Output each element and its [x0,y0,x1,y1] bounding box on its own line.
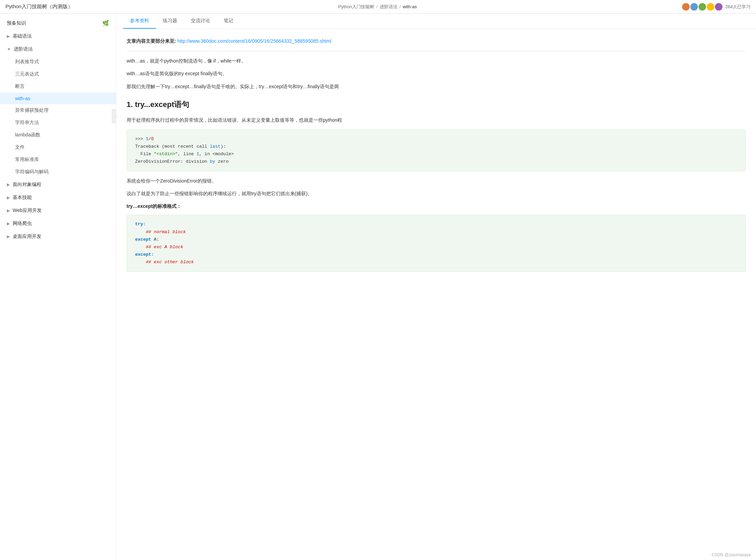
article-intro-3: 那我们先理解一下try…except…finally语句是干啥的。实际上，try… [127,82,746,91]
tab-discussion[interactable]: 交流讨论 [184,14,217,29]
breadcrumb-sep2: / [400,4,401,9]
code2-line-1: try: [135,221,737,228]
arrow-right-oop-icon: ▶ [7,182,10,187]
avatar-2 [690,3,698,11]
sidebar-item-list-comp[interactable]: 列表推导式 [0,56,116,68]
breadcrumb-current: with-as [403,4,417,9]
leaf-icon: 🌿 [102,20,109,26]
tab-exercises[interactable]: 练习题 [156,14,184,29]
topbar: Python入门技能树（内测版） Python入门技能树 / 进阶语法 / wi… [0,0,756,14]
arrow-right-icon: ▶ [7,34,10,39]
user-count: 264人已学习 [725,4,751,10]
code-line-1: >>> 1/0 [135,135,737,143]
summary-1: 系统会给你一个ZeroDivisionError的报错。 [127,177,746,185]
sidebar-item-exception[interactable]: 异常捕获预处理 [0,104,116,117]
code2-line-2: ## normal block [135,228,737,236]
summary-2: 说白了就是为了防止一些报错影响你的程序继续运行，就用try语句把它们抓出来(捕获… [127,189,746,198]
article-content: 文章内容主要部分来至: http://www.360doc.com/conten… [116,29,756,285]
avatar-1 [682,3,690,11]
sidebar-item-file[interactable]: 文件 [0,141,116,154]
article-source: 文章内容主要部分来至: http://www.360doc.com/conten… [127,37,746,45]
main-layout: 预备知识 🌿 ▶ 基础语法 ▼ 进阶语法 列表推导式 三元表达式 断言 with… [0,14,756,560]
tabs-bar: 参考资料 练习题 交流讨论 笔记 [116,14,756,29]
code-line-3: File "<stdin>", line 1, in <module> [135,150,737,158]
sidebar-item-advanced-syntax-label: 进阶语法 [14,46,33,52]
sidebar-item-oop-label: 面向对象编程 [13,182,41,188]
watermark: CSDN @zulumasaya [712,552,751,557]
sidebar-collapse-button[interactable]: ‹ [112,109,116,123]
sidebar-item-oop[interactable]: ▶ 面向对象编程 [0,178,116,191]
avatar-group [682,3,722,11]
source-prefix: 文章内容主要部分来至: [127,38,176,44]
arrow-right-crawler-icon: ▶ [7,221,10,226]
tab-notes[interactable]: 笔记 [217,14,240,29]
code2-line-3: except A: [135,236,737,243]
divider [127,51,746,51]
avatar-3 [699,3,706,11]
breadcrumb-sep1: / [376,4,378,9]
sidebar-item-basic-syntax-label: 基础语法 [13,33,32,39]
sidebar-item-web-dev-label: Web应用开发 [13,208,42,214]
topbar-right: 264人已学习 [682,3,751,11]
sidebar-item-ternary[interactable]: 三元表达式 [0,68,116,80]
code-block-1: >>> 1/0 Traceback (most recent call last… [127,130,746,171]
content-area: 参考资料 练习题 交流讨论 笔记 文章内容主要部分来至: http://www.… [116,14,756,560]
sidebar-item-stdlib[interactable]: 常用标准库 [0,154,116,166]
breadcrumb-part2: 进阶语法 [380,4,397,10]
code-block-2: try: ## normal block except A: ## exc A … [127,215,746,272]
article-intro-2: with…as语句是简化版的try except finally语句。 [127,69,746,78]
sidebar-item-basic-skills-label: 基本技能 [13,195,32,201]
arrow-down-icon: ▼ [7,47,11,52]
sidebar-item-preknowledge[interactable]: 预备知识 🌿 [0,16,116,30]
sidebar-item-lambda[interactable]: lambda函数 [0,129,116,141]
sidebar-item-basic-skills[interactable]: ▶ 基本技能 [0,191,116,204]
format-label: try…except的标准格式： [127,202,746,211]
source-url[interactable]: http://www.360doc.com/content/16/0905/16… [178,38,331,44]
sidebar-item-desktop-dev-label: 桌面应用开发 [13,234,41,240]
breadcrumb-part1: Python入门技能树 [338,4,374,10]
sidebar-item-encoding[interactable]: 字符编码与解码 [0,166,116,178]
sidebar-item-web-dev[interactable]: ▶ Web应用开发 [0,204,116,217]
sidebar-item-string-methods[interactable]: 字符串方法 [0,117,116,129]
code2-line-5: except: [135,251,737,258]
topbar-title: Python入门技能树（内测版） [5,3,73,10]
avatar-4 [707,3,714,11]
arrow-right-desktop-icon: ▶ [7,234,10,239]
breadcrumb: Python入门技能树 / 进阶语法 / with-as [338,4,417,10]
sidebar-item-web-crawler[interactable]: ▶ 网络爬虫 [0,217,116,230]
sidebar-item-basic-syntax[interactable]: ▶ 基础语法 [0,30,116,43]
sidebar-item-assert[interactable]: 断言 [0,80,116,93]
article-intro-1: with…as，就是个python控制流语句，像 if，while一样。 [127,57,746,65]
avatar-5 [715,3,722,11]
code-line-4: ZeroDivisionError: division by zero [135,158,737,165]
arrow-right-skills-icon: ▶ [7,195,10,200]
code2-line-4: ## exc A block [135,243,737,251]
sidebar-item-desktop-dev[interactable]: ▶ 桌面应用开发 [0,230,116,243]
sidebar-item-web-crawler-label: 网络爬虫 [13,221,32,227]
code2-line-6: ## exc other block [135,258,737,266]
tab-reference[interactable]: 参考资料 [123,14,156,29]
sidebar-item-preknowledge-label: 预备知识 [7,20,26,26]
sidebar-item-with-as[interactable]: with-as [0,93,116,104]
section1-desc: 用于处理程序执行过程中的异常情况，比如语法错误、从未定义变量上取值等等，也就是一… [127,116,746,124]
sidebar: 预备知识 🌿 ▶ 基础语法 ▼ 进阶语法 列表推导式 三元表达式 断言 with… [0,14,116,560]
sidebar-item-advanced-syntax[interactable]: ▼ 进阶语法 [0,43,116,56]
arrow-right-web-icon: ▶ [7,208,10,213]
section1-title: 1. try...except语句 [127,98,746,111]
code-line-2: Traceback (most recent call last): [135,143,737,150]
